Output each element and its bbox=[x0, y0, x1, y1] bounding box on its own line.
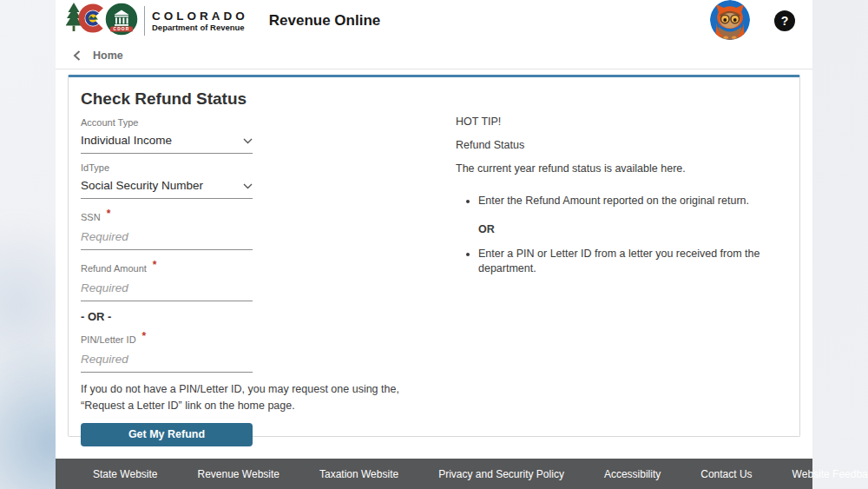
hot-tip-intro: The current year refund status is availa… bbox=[456, 162, 787, 175]
footer-link-website-feedback[interactable]: Website Feedback bbox=[773, 468, 868, 480]
app-footer: State Website Revenue Website Taxation W… bbox=[56, 459, 812, 489]
id-type-select[interactable]: Social Security Number bbox=[81, 179, 253, 199]
help-glyph: ? bbox=[781, 14, 789, 28]
header-right: ? bbox=[710, 2, 795, 40]
brand-text: COLORADO Department of Revenue bbox=[152, 10, 248, 33]
page-container: CDOR COLORADO Department of Revenue Reve… bbox=[56, 0, 812, 489]
colorado-logo-group: CDOR COLORADO Department of Revenue bbox=[66, 0, 248, 42]
footer-link-state-website[interactable]: State Website bbox=[73, 468, 177, 480]
svg-text:CDOR: CDOR bbox=[114, 27, 130, 31]
hot-tip-bullet: Enter the Refund Amount reported on the … bbox=[478, 194, 787, 208]
app-header: CDOR COLORADO Department of Revenue Reve… bbox=[56, 0, 812, 42]
ssn-field: SSN* bbox=[81, 208, 253, 250]
hot-tip-list: Enter a PIN or Letter ID from a letter y… bbox=[456, 247, 787, 275]
page-title: Check Refund Status bbox=[81, 89, 428, 109]
account-type-value: Individual Income bbox=[81, 134, 172, 148]
hot-tip-title: HOT TIP! bbox=[456, 116, 787, 128]
pin-letter-id-label: PIN/Letter ID* bbox=[81, 330, 253, 345]
account-type-select[interactable]: Individual Income bbox=[81, 134, 253, 154]
get-my-refund-button[interactable]: Get My Refund bbox=[81, 423, 253, 446]
required-asterisk: * bbox=[142, 330, 147, 342]
hot-tip-or: OR bbox=[478, 223, 787, 235]
hot-tip-list: Enter the Refund Amount reported on the … bbox=[456, 194, 787, 208]
required-asterisk: * bbox=[107, 208, 111, 220]
main-area: Check Refund Status Account Type Individ… bbox=[56, 69, 812, 459]
refund-amount-field: Refund Amount* bbox=[81, 259, 253, 301]
refund-amount-label: Refund Amount* bbox=[81, 259, 253, 274]
footer-link-taxation-website[interactable]: Taxation Website bbox=[299, 468, 418, 480]
chevron-left-icon bbox=[73, 50, 81, 61]
hot-tip-panel: HOT TIP! Refund Status The current year … bbox=[444, 89, 787, 446]
app-title: Revenue Online bbox=[269, 12, 380, 30]
refund-amount-label-text: Refund Amount bbox=[81, 263, 147, 274]
hot-tip-subtitle: Refund Status bbox=[456, 139, 787, 151]
chevron-down-icon bbox=[243, 138, 253, 144]
id-type-value: Social Security Number bbox=[81, 179, 203, 193]
account-type-label: Account Type bbox=[81, 117, 253, 128]
pin-letter-id-label-text: PIN/Letter ID bbox=[81, 334, 136, 345]
pin-letter-id-input[interactable] bbox=[81, 353, 253, 373]
required-asterisk: * bbox=[153, 259, 157, 271]
brand-name: COLORADO bbox=[152, 10, 248, 23]
footer-link-accessibility[interactable]: Accessibility bbox=[584, 468, 681, 480]
help-icon[interactable]: ? bbox=[774, 10, 795, 31]
id-type-label: IdType bbox=[81, 162, 253, 173]
chevron-down-icon bbox=[243, 183, 253, 189]
footer-link-contact-us[interactable]: Contact Us bbox=[681, 468, 772, 480]
check-refund-status-card: Check Refund Status Account Type Individ… bbox=[68, 75, 800, 437]
account-type-field: Account Type Individual Income bbox=[81, 117, 253, 154]
colorado-state-logo-icon bbox=[66, 0, 109, 42]
breadcrumb: Home bbox=[56, 42, 812, 69]
hot-tip-bullet: Enter a PIN or Letter ID from a letter y… bbox=[478, 247, 787, 275]
ssn-label: SSN* bbox=[81, 208, 253, 222]
brand-divider bbox=[144, 6, 145, 36]
footer-link-privacy-policy[interactable]: Privacy and Security Policy bbox=[418, 468, 584, 480]
or-separator: - OR - bbox=[81, 310, 428, 323]
user-avatar[interactable] bbox=[710, 0, 750, 40]
refund-amount-input[interactable] bbox=[81, 281, 253, 301]
ssn-label-text: SSN bbox=[81, 212, 101, 222]
brand-department: Department of Revenue bbox=[152, 23, 248, 33]
refund-form: Account Type Individual Income IdType So… bbox=[81, 117, 428, 446]
cdor-badge-icon: CDOR bbox=[104, 2, 139, 40]
home-label: Home bbox=[93, 50, 123, 62]
id-type-field: IdType Social Security Number bbox=[81, 162, 253, 199]
home-back-link[interactable]: Home bbox=[73, 50, 123, 62]
footer-link-revenue-website[interactable]: Revenue Website bbox=[177, 468, 299, 480]
ssn-input[interactable] bbox=[81, 230, 253, 250]
pin-letter-id-field: PIN/Letter ID* bbox=[81, 330, 253, 373]
pin-request-note: If you do not have a PIN/Letter ID, you … bbox=[81, 381, 421, 414]
